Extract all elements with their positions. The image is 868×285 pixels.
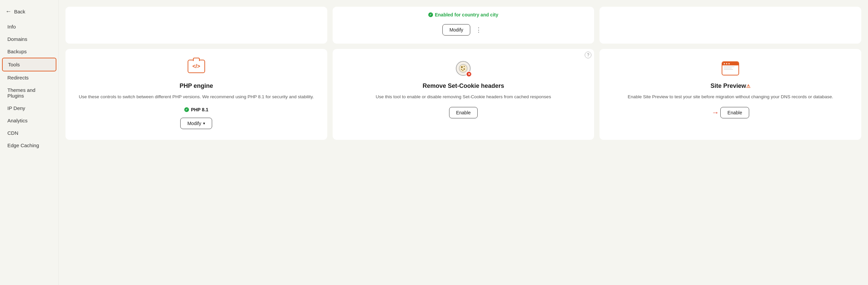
enabled-text: Enabled for country and city bbox=[435, 12, 498, 17]
sp-dot-1 bbox=[724, 63, 725, 64]
php-modify-button[interactable]: Modify ▾ bbox=[180, 118, 212, 129]
php-status-dot bbox=[184, 107, 189, 112]
sidebar: ← Back Info Domains Backups Tools Redire… bbox=[0, 0, 59, 285]
info-icon[interactable]: ? bbox=[585, 51, 591, 58]
site-preview-icon-wrapper bbox=[722, 60, 739, 77]
sp-line-3 bbox=[724, 69, 733, 70]
site-preview-enable-button[interactable]: Enable bbox=[720, 107, 749, 118]
sidebar-item-backups[interactable]: Backups bbox=[2, 45, 56, 58]
sidebar-item-tools[interactable]: Tools bbox=[2, 58, 56, 71]
sidebar-item-analytics[interactable]: Analytics bbox=[2, 114, 56, 127]
modify-button-top[interactable]: Modify bbox=[442, 24, 470, 36]
php-icon: </> bbox=[188, 60, 205, 77]
site-preview-enable-row: → Enable bbox=[712, 107, 749, 118]
sp-dot-2 bbox=[726, 63, 727, 64]
sidebar-item-info[interactable]: Info bbox=[2, 21, 56, 33]
sidebar-item-edge-caching[interactable]: Edge Caching bbox=[2, 139, 56, 151]
svg-point-1 bbox=[461, 66, 463, 68]
back-label: Back bbox=[14, 9, 25, 14]
sidebar-item-domains[interactable]: Domains bbox=[2, 33, 56, 45]
cookie-description: Use this tool to enable or disable remov… bbox=[376, 94, 551, 100]
site-preview-card: Site Preview ⚠ Enable Site Preview to te… bbox=[599, 49, 861, 140]
enabled-status: Enabled for country and city bbox=[428, 12, 498, 17]
svg-point-4 bbox=[464, 68, 465, 70]
sidebar-item-label: Domains bbox=[7, 36, 27, 42]
cookie-title: Remove Set-Cookie headers bbox=[423, 82, 504, 90]
php-version-label: PHP 8.1 bbox=[191, 107, 209, 112]
php-engine-title: PHP engine bbox=[180, 82, 213, 90]
warning-badge: ⚠ bbox=[746, 83, 750, 89]
sidebar-item-label: CDN bbox=[7, 130, 19, 136]
php-icon-box: </> bbox=[188, 60, 205, 73]
cards-grid: </> PHP engine Use these controls to swi… bbox=[65, 49, 861, 140]
sidebar-item-themes-and-plugins[interactable]: Themes and Plugins bbox=[2, 84, 56, 102]
sp-line-2 bbox=[724, 68, 732, 68]
sidebar-item-label: IP Deny bbox=[7, 105, 25, 111]
php-engine-icon-wrapper: </> bbox=[188, 60, 205, 77]
sidebar-item-ip-deny[interactable]: IP Deny bbox=[2, 102, 56, 114]
status-green-dot bbox=[428, 12, 433, 17]
sidebar-item-label: Themes and Plugins bbox=[7, 87, 35, 99]
svg-point-3 bbox=[461, 69, 462, 70]
sidebar-item-label: Edge Caching bbox=[7, 143, 39, 148]
error-badge: ✕ bbox=[466, 71, 472, 77]
php-engine-card: </> PHP engine Use these controls to swi… bbox=[65, 49, 327, 140]
sp-line-1 bbox=[724, 66, 735, 67]
site-preview-description: Enable Site Preview to test your site be… bbox=[628, 94, 833, 100]
site-preview-body bbox=[722, 65, 738, 71]
partial-card-3 bbox=[599, 7, 861, 44]
svg-point-0 bbox=[459, 64, 467, 72]
sidebar-item-redirects[interactable]: Redirects bbox=[2, 71, 56, 84]
chevron-down-icon: ▾ bbox=[203, 121, 205, 126]
php-icon-tab bbox=[193, 58, 200, 61]
partial-card-2: Enabled for country and city Modify ⋮ bbox=[333, 7, 594, 44]
cookie-icon-wrapper: ✕ bbox=[455, 60, 472, 77]
sidebar-item-label: Analytics bbox=[7, 118, 28, 123]
modify-row: Modify ⋮ bbox=[442, 24, 484, 36]
php-engine-description: Use these controls to switch between dif… bbox=[79, 94, 314, 100]
top-partial-row: Enabled for country and city Modify ⋮ bbox=[65, 7, 861, 44]
back-arrow-icon: ← bbox=[5, 8, 11, 15]
sidebar-item-cdn[interactable]: CDN bbox=[2, 127, 56, 139]
cookie-icon: ✕ bbox=[456, 61, 471, 76]
svg-point-2 bbox=[464, 66, 465, 67]
php-engine-status: PHP 8.1 bbox=[184, 107, 209, 112]
site-preview-icon bbox=[722, 61, 739, 75]
main-content: Enabled for country and city Modify ⋮ </… bbox=[59, 0, 868, 285]
cookie-enable-button[interactable]: Enable bbox=[449, 107, 478, 118]
three-dots-button[interactable]: ⋮ bbox=[473, 25, 484, 35]
back-button[interactable]: ← Back bbox=[0, 5, 58, 21]
remove-cookie-card: ? ✕ bbox=[333, 49, 594, 140]
svg-point-5 bbox=[463, 70, 464, 71]
site-preview-bar bbox=[722, 62, 738, 65]
sidebar-item-label: Tools bbox=[8, 62, 20, 67]
sidebar-item-label: Backups bbox=[7, 48, 27, 54]
arrow-right-icon: → bbox=[712, 108, 719, 117]
sidebar-item-label: Redirects bbox=[7, 75, 29, 80]
site-preview-title: Site Preview ⚠ bbox=[711, 82, 750, 90]
php-code-icon: </> bbox=[192, 63, 200, 69]
partial-card-1 bbox=[65, 7, 327, 44]
sp-dot-3 bbox=[728, 63, 730, 64]
sidebar-item-label: Info bbox=[7, 24, 16, 30]
